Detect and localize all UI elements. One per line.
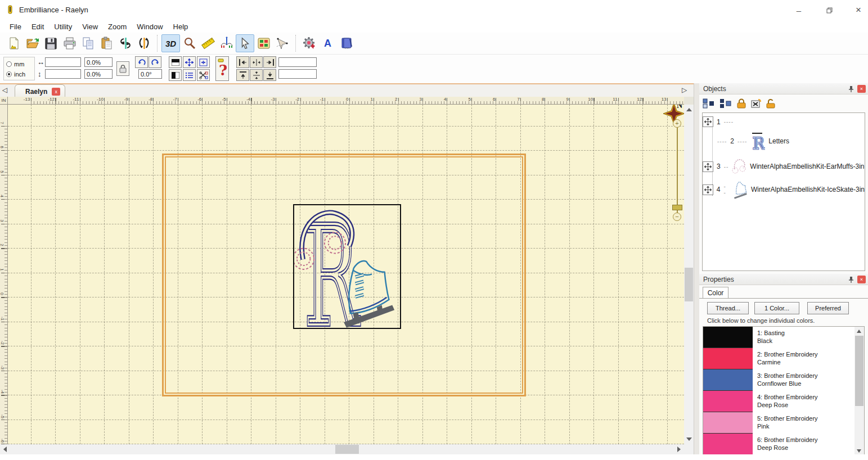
menu-window[interactable]: Window <box>132 21 168 32</box>
object-row-2[interactable]: ---- 2 ---- RR Letters <box>717 131 865 151</box>
select-tool-button[interactable] <box>236 34 254 52</box>
thread-color-swatch[interactable] <box>703 369 753 391</box>
show-hoop-button[interactable] <box>169 56 182 68</box>
open-button[interactable] <box>23 34 42 52</box>
menu-utility[interactable]: Utility <box>49 21 77 32</box>
align-center-h-button[interactable] <box>250 56 263 68</box>
new-button[interactable] <box>5 34 23 52</box>
mm-radio[interactable] <box>6 61 12 67</box>
design-canvas[interactable]: R R <box>8 105 684 444</box>
stitch-select-button[interactable] <box>273 34 291 52</box>
one-color-button[interactable]: 1 Color... <box>754 302 799 314</box>
restore-button[interactable] <box>817 3 842 17</box>
thread-color-swatch[interactable] <box>703 391 753 412</box>
zoom-slider-handle[interactable] <box>672 205 682 210</box>
canvas-horizontal-scrollbar[interactable] <box>0 444 684 454</box>
move-handle-icon[interactable] <box>703 161 713 172</box>
pin-icon[interactable] <box>847 276 855 283</box>
scroll-down-icon[interactable] <box>686 438 692 441</box>
thread-color-swatch[interactable] <box>703 327 753 348</box>
unit-mm-option[interactable]: mm <box>6 59 32 69</box>
minimize-button[interactable]: – <box>786 3 811 17</box>
unlock-icon[interactable] <box>766 98 776 109</box>
object-row-3[interactable]: 3 -- WinterAlphaEmbellishKit-EarMuffs-3i… <box>703 157 865 176</box>
save-button[interactable] <box>42 34 60 52</box>
fit-hoop-button[interactable] <box>197 56 210 68</box>
3d-view-button[interactable]: 3D <box>161 34 180 52</box>
menu-view[interactable]: View <box>77 21 103 32</box>
help-sizing-button[interactable]: ? <box>215 56 229 81</box>
menu-edit[interactable]: Edit <box>26 21 49 32</box>
unit-inch-option[interactable]: inch <box>6 69 32 79</box>
align-right-button[interactable] <box>263 56 276 68</box>
delete-lock-icon[interactable] <box>751 98 761 109</box>
thread-color-row[interactable]: 6: Brother EmbroideryDeep Rose <box>703 434 845 455</box>
offset-x-field[interactable] <box>278 57 317 67</box>
scroll-down-icon[interactable] <box>857 449 861 453</box>
thread-color-row[interactable]: 3: Brother EmbroideryCornflower Blue <box>703 369 845 391</box>
menu-help[interactable]: Help <box>168 21 194 32</box>
close-button[interactable]: × <box>846 3 868 17</box>
zoom-slider[interactable]: + − <box>669 119 684 220</box>
zoom-out-icon[interactable]: − <box>673 213 681 221</box>
objects-close-icon[interactable]: × <box>857 85 866 93</box>
panel-splitter[interactable] <box>694 83 699 454</box>
measure-button[interactable] <box>199 34 217 52</box>
lock-icon[interactable] <box>736 98 746 109</box>
color-scroll-thumb[interactable] <box>855 336 863 406</box>
properties-close-icon[interactable]: × <box>857 276 866 283</box>
thread-color-swatch[interactable] <box>703 348 753 369</box>
zoom-in-icon[interactable]: + <box>673 119 681 128</box>
offset-y-field[interactable] <box>278 69 317 79</box>
pin-icon[interactable] <box>847 85 855 93</box>
v-scroll-thumb[interactable] <box>685 268 693 301</box>
tab-close-icon[interactable]: x <box>52 88 60 96</box>
height-field[interactable] <box>45 69 81 79</box>
design-selection-box[interactable]: R R <box>293 204 401 329</box>
align-left-button[interactable] <box>236 56 249 68</box>
object-row-4[interactable]: 4 -- WinterAlphaEmbellishKit-IceSkate-3i… <box>703 179 865 200</box>
menu-zoom[interactable]: Zoom <box>103 21 132 32</box>
print-button[interactable] <box>60 34 79 52</box>
thread-button[interactable]: Thread... <box>707 302 749 314</box>
aspect-lock-button[interactable] <box>116 61 129 76</box>
design-stipple-button[interactable] <box>300 34 318 52</box>
preferred-button[interactable]: Preferred <box>807 302 849 314</box>
tab-scroll-left[interactable]: ◁ <box>2 86 7 94</box>
flip-horizontal-button[interactable] <box>116 34 134 52</box>
copy-button[interactable] <box>79 34 97 52</box>
letters-button[interactable]: A <box>318 34 337 52</box>
width-field[interactable] <box>45 57 81 67</box>
scroll-up-icon[interactable] <box>686 108 692 111</box>
ungroup-icon[interactable] <box>719 98 732 109</box>
canvas-vertical-scrollbar[interactable] <box>684 105 694 444</box>
color-list-scrollbar[interactable] <box>854 327 864 456</box>
zoom-tool-button[interactable] <box>180 34 199 52</box>
thread-color-row[interactable]: 1: BastingBlack <box>703 327 845 348</box>
group-icon[interactable] <box>703 98 715 109</box>
menu-file[interactable]: File <box>5 21 26 32</box>
align-center-v-button[interactable] <box>250 69 263 81</box>
thread-color-row[interactable]: 4: Brother EmbroideryDeep Rose <box>703 391 845 412</box>
flip-vertical-button[interactable] <box>134 34 153 52</box>
h-scroll-thumb[interactable] <box>335 445 359 454</box>
notes-button[interactable] <box>337 34 356 52</box>
scroll-left-icon[interactable] <box>3 447 7 452</box>
move-handle-icon[interactable] <box>703 184 713 195</box>
angle-field[interactable]: 0.0° <box>138 69 162 79</box>
stitch-points-button[interactable] <box>217 34 236 52</box>
scroll-right-icon[interactable] <box>677 447 681 452</box>
contrast-button[interactable] <box>169 69 182 81</box>
align-top-button[interactable] <box>236 69 249 81</box>
rotate-left-button[interactable] <box>135 56 148 68</box>
center-design-button[interactable] <box>183 56 196 68</box>
object-list-button[interactable] <box>183 69 196 81</box>
tab-color[interactable]: Color <box>703 287 728 299</box>
height-percent-field[interactable]: 0.0% <box>84 69 113 79</box>
thread-color-row[interactable]: 2: Brother EmbroideryCarmine <box>703 348 845 369</box>
paste-button[interactable] <box>97 34 116 52</box>
color-sort-button[interactable] <box>254 34 273 52</box>
scroll-up-icon[interactable] <box>857 330 861 333</box>
thread-color-swatch[interactable] <box>703 434 753 455</box>
align-bottom-button[interactable] <box>263 69 276 81</box>
